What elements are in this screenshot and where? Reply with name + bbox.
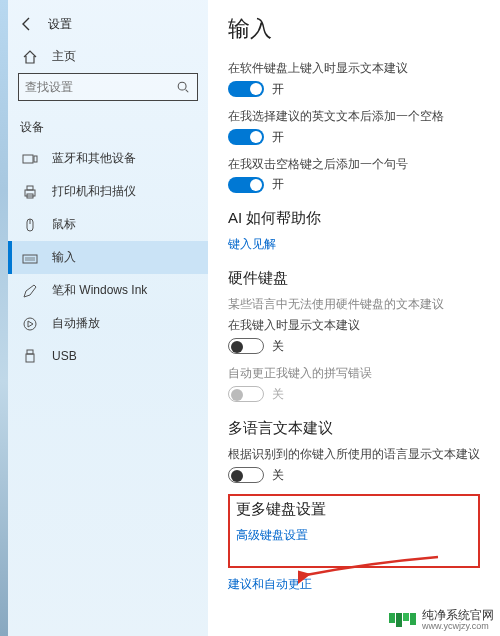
multi-toggle[interactable] bbox=[228, 467, 264, 483]
mouse-icon bbox=[22, 217, 38, 233]
toggle2-label: 开 bbox=[272, 129, 284, 146]
toggle1-desc: 在软件键盘上键入时显示文本建议 bbox=[228, 60, 480, 77]
home-icon bbox=[22, 49, 38, 65]
hw-t2-label: 关 bbox=[272, 386, 284, 403]
nav-printers[interactable]: 打印机和扫描仪 bbox=[8, 175, 208, 208]
nav-typing[interactable]: 输入 bbox=[8, 241, 208, 274]
svg-rect-4 bbox=[27, 186, 33, 190]
home-nav[interactable]: 主页 bbox=[8, 44, 208, 73]
nav-pen[interactable]: 笔和 Windows Ink bbox=[8, 274, 208, 307]
multi-label: 关 bbox=[272, 467, 284, 484]
printer-icon bbox=[22, 184, 38, 200]
content-area: 输入 在软件键盘上键入时显示文本建议 开 在我选择建议的英文文本后添加一个空格 … bbox=[208, 0, 500, 636]
hw-t2-desc: 自动更正我键入的拼写错误 bbox=[228, 365, 480, 382]
nav-label: 打印机和扫描仪 bbox=[52, 183, 136, 200]
more-heading: 更多键盘设置 bbox=[236, 500, 472, 519]
toggle3[interactable] bbox=[228, 177, 264, 193]
toggle2[interactable] bbox=[228, 129, 264, 145]
search-box[interactable] bbox=[18, 73, 198, 101]
nav-usb[interactable]: USB bbox=[8, 340, 208, 372]
watermark: 纯净系统官网 www.ycwjzy.com bbox=[389, 609, 494, 632]
svg-rect-2 bbox=[34, 156, 37, 162]
toggle1-label: 开 bbox=[272, 81, 284, 98]
svg-rect-12 bbox=[27, 350, 33, 354]
toggle2-desc: 在我选择建议的英文文本后添加一个空格 bbox=[228, 108, 480, 125]
ai-heading: AI 如何帮助你 bbox=[228, 209, 480, 228]
keyboard-icon bbox=[22, 250, 38, 266]
svg-rect-13 bbox=[26, 354, 34, 362]
toggle3-desc: 在我双击空格键之后添加一个句号 bbox=[228, 156, 480, 173]
multi-heading: 多语言文本建议 bbox=[228, 419, 480, 438]
nav-label: 笔和 Windows Ink bbox=[52, 282, 147, 299]
highlight-box: 更多键盘设置 高级键盘设置 bbox=[228, 494, 480, 568]
hw-t1-label: 关 bbox=[272, 338, 284, 355]
page-title: 输入 bbox=[228, 14, 480, 44]
suggestions-link[interactable]: 建议和自动更正 bbox=[228, 576, 480, 593]
watermark-url: www.ycwjzy.com bbox=[422, 622, 494, 632]
usb-icon bbox=[22, 348, 38, 364]
svg-rect-8 bbox=[23, 255, 37, 263]
nav-mouse[interactable]: 鼠标 bbox=[8, 208, 208, 241]
advanced-keyboard-link[interactable]: 高级键盘设置 bbox=[236, 527, 472, 544]
svg-point-0 bbox=[178, 82, 186, 90]
autoplay-icon bbox=[22, 316, 38, 332]
multi-desc: 根据识别到的你键入所使用的语言显示文本建议 bbox=[228, 446, 480, 463]
toggle1[interactable] bbox=[228, 81, 264, 97]
nav-autoplay[interactable]: 自动播放 bbox=[8, 307, 208, 340]
search-input[interactable] bbox=[25, 80, 175, 94]
nav-label: 蓝牙和其他设备 bbox=[52, 150, 136, 167]
pen-icon bbox=[22, 283, 38, 299]
home-label: 主页 bbox=[52, 48, 76, 65]
desktop-edge bbox=[0, 0, 8, 636]
settings-sidebar: 设置 主页 设备 蓝牙和其他设备 打印机和扫描仪 bbox=[8, 0, 208, 636]
window-title: 设置 bbox=[48, 16, 72, 33]
search-icon bbox=[175, 79, 191, 95]
nav-label: 鼠标 bbox=[52, 216, 76, 233]
nav-label: 输入 bbox=[52, 249, 76, 266]
section-label-devices: 设备 bbox=[8, 115, 208, 142]
nav-bluetooth[interactable]: 蓝牙和其他设备 bbox=[8, 142, 208, 175]
svg-rect-1 bbox=[23, 155, 33, 163]
nav-label: USB bbox=[52, 349, 77, 363]
hw-toggle2 bbox=[228, 386, 264, 402]
ai-link[interactable]: 键入见解 bbox=[228, 236, 480, 253]
bluetooth-icon bbox=[22, 151, 38, 167]
hw-t1-desc: 在我键入时显示文本建议 bbox=[228, 317, 480, 334]
nav-label: 自动播放 bbox=[52, 315, 100, 332]
hw-heading: 硬件键盘 bbox=[228, 269, 480, 288]
back-button[interactable] bbox=[12, 10, 42, 38]
hw-toggle1[interactable] bbox=[228, 338, 264, 354]
hw-note: 某些语言中无法使用硬件键盘的文本建议 bbox=[228, 296, 480, 313]
watermark-logo-icon bbox=[389, 613, 416, 627]
svg-point-11 bbox=[24, 318, 36, 330]
toggle3-label: 开 bbox=[272, 176, 284, 193]
